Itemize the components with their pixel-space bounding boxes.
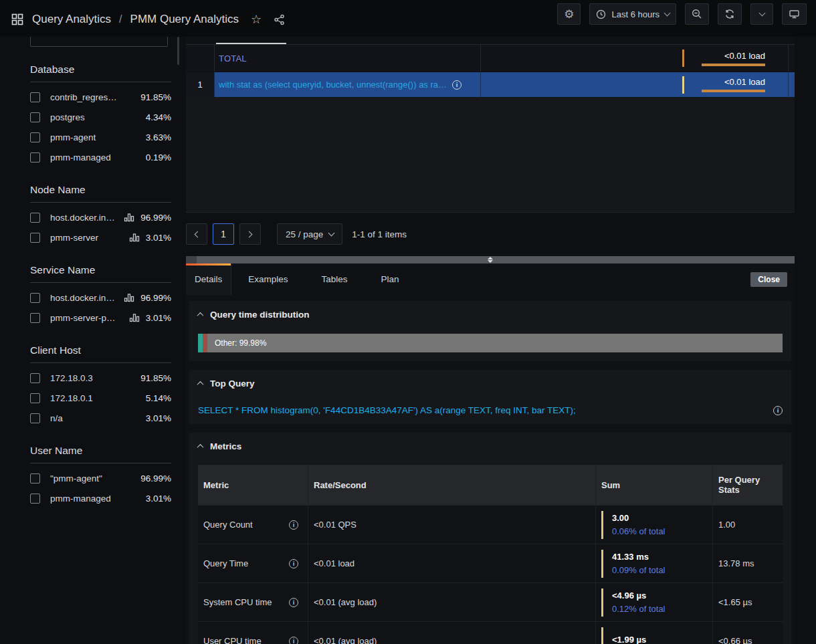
load-sparkline-bar xyxy=(702,90,765,92)
section-divider xyxy=(30,362,171,363)
close-button[interactable]: Close xyxy=(750,272,787,287)
filter-label[interactable]: 172.18.0.3 xyxy=(50,373,140,383)
breadcrumb-separator: / xyxy=(118,13,123,25)
zoom-out-button[interactable] xyxy=(685,3,709,25)
time-range-picker[interactable]: Last 6 hours xyxy=(589,3,676,25)
query-row-selected[interactable]: 1 with stat as (select queryid, bucket, … xyxy=(186,72,795,97)
table-header-remnant xyxy=(186,37,795,45)
tab-examples[interactable]: Examples xyxy=(231,263,304,295)
filter-label[interactable]: pmm-agent xyxy=(50,132,146,142)
filter-checkbox[interactable] xyxy=(30,152,40,163)
filter-label[interactable]: "pmm-agent" xyxy=(50,473,140,484)
filter-checkbox[interactable] xyxy=(30,494,40,504)
filter-row[interactable]: "pmm-agent" 96.99% xyxy=(30,468,171,488)
filter-row[interactable]: pmm-server 3.01% xyxy=(30,227,171,247)
filter-row[interactable]: pmm-agent 3.63% xyxy=(30,127,171,147)
tab-plan[interactable]: Plan xyxy=(365,263,416,295)
filter-checkbox[interactable] xyxy=(30,413,40,423)
filter-row[interactable]: pmm-managed 0.19% xyxy=(30,147,171,167)
filter-section-user-name: User Name "pmm-agent" 96.99% pmm-managed… xyxy=(30,445,171,508)
breadcrumb-section[interactable]: Query Analytics xyxy=(32,13,111,26)
filter-checkbox[interactable] xyxy=(30,112,40,122)
row-number-cell xyxy=(186,45,214,72)
info-icon[interactable] xyxy=(289,637,298,644)
pane-resize-handle[interactable] xyxy=(186,256,795,263)
filter-checkbox[interactable] xyxy=(30,373,40,383)
tab-details[interactable]: Details xyxy=(186,263,231,295)
filter-label[interactable]: host.docker.in… xyxy=(50,213,124,223)
pct-of-total-link[interactable]: 0.09% of total xyxy=(612,565,666,575)
bar-chart-icon[interactable] xyxy=(124,293,134,302)
info-icon[interactable] xyxy=(289,559,298,568)
bar-chart-icon[interactable] xyxy=(129,313,140,322)
filter-checkbox[interactable] xyxy=(30,293,40,303)
filter-row[interactable]: 172.18.0.3 91.85% xyxy=(30,368,171,388)
filter-row[interactable]: pmm-managed 3.01% xyxy=(30,488,171,508)
refresh-button[interactable] xyxy=(718,3,742,25)
filter-label[interactable]: pmm-managed xyxy=(50,494,146,504)
filter-row[interactable]: contrib_regres… 91.85% xyxy=(30,87,171,107)
sidebar-scrollbar[interactable] xyxy=(177,37,179,65)
filter-search-input[interactable] xyxy=(30,37,168,47)
page-size-select[interactable]: 25 / page xyxy=(277,223,342,245)
collapse-chevron-icon[interactable] xyxy=(197,312,204,319)
pct-of-total-link[interactable]: 0.12% of total xyxy=(612,604,666,614)
page-1-button[interactable]: 1 xyxy=(213,223,234,245)
filter-label[interactable]: pmm-server xyxy=(50,233,129,243)
filter-checkbox[interactable] xyxy=(30,473,40,484)
filter-label[interactable]: pmm-server-p… xyxy=(50,313,129,323)
filter-row[interactable]: host.docker.in… 96.99% xyxy=(30,207,171,227)
apps-grid-icon[interactable] xyxy=(9,11,25,27)
info-icon[interactable] xyxy=(773,406,783,415)
query-link[interactable]: with stat as (select queryid, bucket, un… xyxy=(219,80,447,90)
filter-label[interactable]: pmm-managed xyxy=(50,152,146,163)
sum-sparkline-bar xyxy=(601,511,603,539)
load-value: <0.01 load xyxy=(724,51,765,61)
metric-rate: <0.01 QPS xyxy=(308,506,595,544)
filter-row[interactable]: host.docker.in… 96.99% xyxy=(30,288,171,308)
filter-percentage: 3.01% xyxy=(146,233,171,243)
filter-label[interactable]: contrib_regres… xyxy=(50,92,140,102)
bar-chart-icon[interactable] xyxy=(129,233,140,242)
filter-row[interactable]: postgres 4.34% xyxy=(30,107,171,127)
collapse-chevron-icon[interactable] xyxy=(197,381,204,388)
cycle-view-mode-button[interactable] xyxy=(782,3,807,25)
filter-row[interactable]: 172.18.0.1 5.14% xyxy=(30,388,171,408)
top-nav-bar: Query Analytics / PMM Query Analytics ☆ … xyxy=(0,0,816,37)
filter-checkbox[interactable] xyxy=(30,313,40,323)
section-title: Query time distribution xyxy=(210,310,310,320)
filter-label[interactable]: 172.18.0.1 xyxy=(50,393,146,403)
info-icon[interactable] xyxy=(452,80,462,90)
info-icon[interactable] xyxy=(289,598,298,607)
prev-page-button[interactable] xyxy=(186,223,207,245)
filter-section-client-host: Client Host 172.18.0.3 91.85% 172.18.0.1… xyxy=(30,344,171,428)
filter-section-title: Node Name xyxy=(30,184,171,196)
favorite-star-icon[interactable]: ☆ xyxy=(251,13,262,25)
refresh-interval-dropdown[interactable] xyxy=(750,3,773,25)
filter-checkbox[interactable] xyxy=(30,213,40,223)
filter-label[interactable]: n/a xyxy=(50,413,146,423)
filter-checkbox[interactable] xyxy=(30,92,40,102)
bar-chart-icon[interactable] xyxy=(124,213,134,222)
row-end-spacer xyxy=(788,72,795,97)
tab-tables[interactable]: Tables xyxy=(305,263,365,295)
qan-main-area: TOTAL <0.01 load 1 with stat as (select … xyxy=(186,37,795,644)
filter-label[interactable]: postgres xyxy=(50,112,146,122)
filter-percentage: 96.99% xyxy=(140,213,171,223)
breadcrumb-page[interactable]: PMM Query Analytics xyxy=(130,13,239,26)
pct-of-total-link[interactable]: 0.06% of total xyxy=(612,526,666,536)
filter-checkbox[interactable] xyxy=(30,132,40,142)
filter-label[interactable]: host.docker.in… xyxy=(50,293,124,303)
filter-row[interactable]: n/a 3.01% xyxy=(30,408,171,428)
filter-row[interactable]: pmm-server-p… 3.01% xyxy=(30,308,171,328)
filter-checkbox[interactable] xyxy=(30,393,40,403)
total-row[interactable]: TOTAL <0.01 load xyxy=(186,45,795,72)
info-icon[interactable] xyxy=(289,520,298,530)
share-icon[interactable] xyxy=(274,14,285,25)
sum-sparkline-bar xyxy=(601,627,603,644)
total-link[interactable]: TOTAL xyxy=(219,53,247,64)
dashboard-settings-button[interactable]: ⚙ xyxy=(557,3,581,25)
next-page-button[interactable] xyxy=(239,223,261,245)
filter-checkbox[interactable] xyxy=(30,233,40,243)
collapse-chevron-icon[interactable] xyxy=(197,444,204,451)
